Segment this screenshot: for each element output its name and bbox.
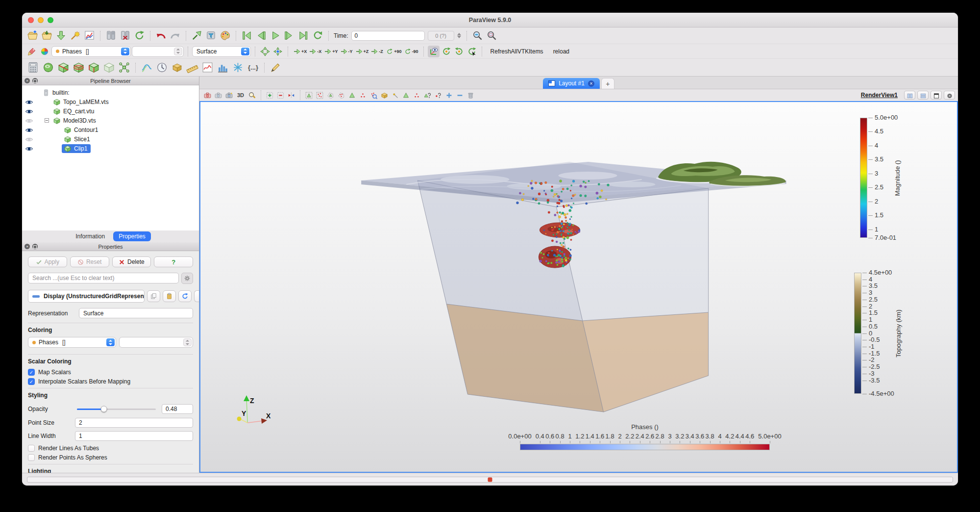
tree-expander-icon[interactable]: [45, 118, 49, 123]
toggle-3d-interaction[interactable]: 3D: [235, 92, 246, 98]
help-button[interactable]: ?: [154, 256, 193, 267]
reset-camera-icon[interactable]: [259, 46, 271, 57]
point-size-field[interactable]: [75, 418, 193, 428]
3d-scene[interactable]: Z X Y: [200, 102, 957, 472]
select-cells-polygon-icon[interactable]: [325, 90, 336, 101]
camera-undo-icon[interactable]: [202, 90, 213, 101]
tab-layout-1[interactable]: Layout #1 ×: [543, 78, 600, 89]
measure-tool-icon[interactable]: [269, 60, 283, 75]
set-view-plus90-button[interactable]: +90: [385, 46, 402, 57]
load-state-icon[interactable]: [54, 29, 68, 42]
visibility-eye-icon[interactable]: [25, 107, 33, 115]
frame-stepper[interactable]: [456, 31, 463, 41]
temporal-interpolator-icon[interactable]: [155, 60, 169, 75]
close-view-icon[interactable]: [944, 91, 955, 100]
zoom-to-box-icon[interactable]: [247, 90, 257, 101]
select-cells-on-icon[interactable]: [304, 90, 314, 101]
visibility-eye-icon[interactable]: [25, 135, 33, 143]
representation-select[interactable]: Surface: [79, 308, 193, 318]
tab-information[interactable]: Information: [70, 231, 110, 241]
set-view-plusX-button[interactable]: +X: [292, 46, 308, 57]
apply-button[interactable]: Apply: [28, 256, 67, 267]
auto-apply-icon[interactable]: [204, 29, 218, 42]
split-vertical-icon[interactable]: [917, 91, 929, 100]
open-file-icon[interactable]: [26, 29, 39, 42]
interactive-select-points-icon[interactable]: [368, 90, 379, 101]
set-view-minusX-button[interactable]: -X: [308, 46, 323, 57]
opacity-slider-knob[interactable]: [100, 406, 107, 412]
undo-icon[interactable]: [154, 29, 168, 42]
opacity-value-field[interactable]: 0.48: [162, 404, 193, 414]
visibility-eye-icon[interactable]: [25, 126, 33, 133]
reset-camera-rotation-icon[interactable]: [466, 46, 478, 57]
search-input[interactable]: [28, 273, 179, 283]
combo-stepper-icon[interactable]: [121, 48, 129, 55]
time-value-field[interactable]: 0: [351, 31, 425, 41]
tab-properties[interactable]: Properties: [113, 231, 151, 241]
component-combo[interactable]: [132, 46, 184, 57]
plot-over-line-icon[interactable]: [200, 60, 215, 75]
zoom-to-data-icon[interactable]: [471, 29, 484, 42]
slice-filter-icon[interactable]: [72, 60, 86, 75]
remove-selection-box-icon[interactable]: [275, 90, 286, 101]
combo-stepper-icon[interactable]: [106, 338, 115, 346]
display-section-header[interactable]: Display (UnstructuredGridRepresent: [28, 290, 145, 303]
opacity-slider[interactable]: [77, 409, 156, 410]
maximize-view-icon[interactable]: [931, 91, 942, 100]
render-lines-as-tubes-checkbox[interactable]: [28, 445, 35, 452]
abort-progress-icon[interactable]: [488, 477, 492, 482]
rescale-color-icon[interactable]: [39, 46, 50, 57]
camera-redo-icon[interactable]: [213, 90, 223, 101]
center-axes-visibility-icon[interactable]: [428, 46, 440, 57]
reset-session-icon[interactable]: [133, 29, 146, 42]
set-view-minusZ-button[interactable]: -Z: [369, 46, 385, 57]
select-points-polygon-icon[interactable]: [336, 90, 346, 101]
legend-topo-bar[interactable]: [854, 273, 861, 394]
clipped-button[interactable]: [194, 290, 199, 302]
set-view-plusY-button[interactable]: +Y: [323, 46, 339, 57]
refresh-all-vtk-items-button[interactable]: RefreshAllVTKItems: [486, 47, 548, 56]
interactive-select-cells-icon[interactable]: [412, 90, 422, 101]
python-calculator-icon[interactable]: {...}: [246, 64, 260, 71]
minimize-window-button[interactable]: [38, 17, 44, 23]
pipeline-item-topo-lamem-vts[interactable]: Topo_LaMEM.vts: [22, 97, 199, 106]
combo-stepper-icon[interactable]: [174, 48, 182, 55]
zoom-to-selection-icon[interactable]: [272, 46, 284, 57]
add-selection-box-icon[interactable]: [265, 90, 275, 101]
contour-filter-icon[interactable]: [41, 60, 55, 75]
stream-tracer-filter-icon[interactable]: [140, 60, 154, 75]
group-datasets-icon[interactable]: [170, 60, 184, 75]
hover-points-icon[interactable]: [390, 90, 400, 101]
clear-selection-icon[interactable]: [466, 90, 476, 101]
disconnect-server-icon[interactable]: [119, 29, 132, 42]
titlebar[interactable]: ParaView 5.9.0: [22, 13, 958, 27]
previous-frame-icon[interactable]: [254, 29, 268, 42]
glyph-2d-icon[interactable]: [231, 60, 245, 75]
color-palette-icon[interactable]: [219, 29, 232, 42]
delete-button[interactable]: Delete: [112, 256, 151, 267]
query-cells-icon[interactable]: [422, 90, 433, 101]
pipeline-item-builtin[interactable]: builtin:: [22, 88, 199, 97]
visibility-eye-icon[interactable]: [25, 117, 33, 124]
add-layout-tab-button[interactable]: +: [601, 78, 614, 89]
paste-properties-icon[interactable]: [163, 290, 176, 302]
pipeline-item-contour1[interactable]: Contour1: [22, 125, 199, 134]
first-frame-icon[interactable]: [240, 29, 253, 42]
select-points-on-icon[interactable]: [315, 90, 325, 101]
pipeline-item-eq-cart-vtu[interactable]: EQ_cart.vtu: [22, 106, 199, 116]
calculator-filter-icon[interactable]: [26, 60, 40, 75]
pipeline-item-clip1[interactable]: Clip1: [22, 144, 199, 153]
play-icon[interactable]: [269, 29, 282, 42]
loop-icon[interactable]: [311, 29, 324, 42]
interpolate-scalars-checkbox[interactable]: ✓: [28, 378, 35, 385]
query-points-icon[interactable]: [433, 90, 443, 101]
glyph-filter-icon[interactable]: [117, 60, 131, 75]
select-block-icon[interactable]: [379, 90, 390, 101]
ruler-icon[interactable]: [185, 60, 199, 75]
edit-color-map-icon[interactable]: [26, 46, 38, 57]
shrink-selection-icon[interactable]: [455, 90, 465, 101]
visibility-eye-icon[interactable]: [25, 145, 33, 152]
clip-filter-icon[interactable]: [56, 60, 71, 75]
map-scalars-checkbox[interactable]: ✓: [28, 369, 35, 376]
gear-icon[interactable]: [181, 273, 193, 284]
